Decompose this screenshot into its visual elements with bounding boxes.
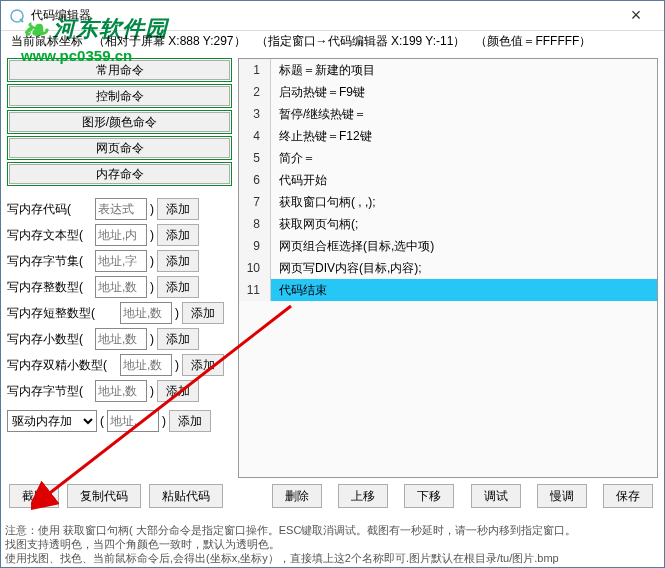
- code-line[interactable]: 11代码结束: [239, 279, 657, 301]
- row-input-4[interactable]: [120, 302, 172, 324]
- row-input-6[interactable]: [120, 354, 172, 376]
- bottom-btn-调试[interactable]: 调试: [471, 484, 521, 508]
- bottom-btn-截图[interactable]: 截图: [9, 484, 59, 508]
- row-input-3[interactable]: [95, 276, 147, 298]
- code-line[interactable]: 7获取窗口句柄( , ,);: [239, 191, 657, 213]
- bottom-btn-上移[interactable]: 上移: [338, 484, 388, 508]
- row-add-1[interactable]: 添加: [157, 224, 199, 246]
- code-line[interactable]: 6代码开始: [239, 169, 657, 191]
- row-add-2[interactable]: 添加: [157, 250, 199, 272]
- row-input-0[interactable]: [95, 198, 147, 220]
- help-notes: 注意：使用 获取窗口句柄( 大部分命令是指定窗口操作。ESC键取消调试。截图有一…: [5, 523, 660, 565]
- code-line[interactable]: 3暂停/继续热键＝: [239, 103, 657, 125]
- bottom-btn-慢调[interactable]: 慢调: [537, 484, 587, 508]
- status-color: （颜色值＝FFFFFF）: [475, 34, 591, 48]
- status-window: （指定窗口→代码编辑器 X:199 Y:-11）: [256, 34, 466, 48]
- status-label: 当前鼠标坐标: [11, 34, 83, 48]
- status-bar: 当前鼠标坐标 （相对于屏幕 X:888 Y:297） （指定窗口→代码编辑器 X…: [1, 31, 664, 52]
- row-add-4[interactable]: 添加: [182, 302, 224, 324]
- row-add-0[interactable]: 添加: [157, 198, 199, 220]
- row-label: 写内存双精小数型(: [7, 357, 117, 374]
- row-label: 写内存代码(: [7, 201, 92, 218]
- code-line[interactable]: 2启动热键＝F9键: [239, 81, 657, 103]
- cmd-button-4[interactable]: 内存命令: [9, 164, 230, 184]
- cmd-button-3[interactable]: 网页命令: [9, 138, 230, 158]
- driver-select[interactable]: 驱动内存加: [7, 410, 97, 432]
- cmd-button-2[interactable]: 图形/颜色命令: [9, 112, 230, 132]
- row-label: 写内存文本型(: [7, 227, 92, 244]
- row-input-5[interactable]: [95, 328, 147, 350]
- row-input-2[interactable]: [95, 250, 147, 272]
- row-add-6[interactable]: 添加: [182, 354, 224, 376]
- row-label: 写内存小数型(: [7, 331, 92, 348]
- code-line[interactable]: 9网页组合框选择(目标,选中项): [239, 235, 657, 257]
- app-icon: [9, 8, 25, 24]
- window-title: 代码编辑器: [31, 7, 616, 24]
- close-icon[interactable]: ×: [616, 5, 656, 26]
- code-line[interactable]: 5简介＝: [239, 147, 657, 169]
- row-label: 写内存字节型(: [7, 383, 92, 400]
- driver-input[interactable]: [107, 410, 159, 432]
- code-line[interactable]: 8获取网页句柄(;: [239, 213, 657, 235]
- code-line[interactable]: 1标题＝新建的项目: [239, 59, 657, 81]
- row-add-3[interactable]: 添加: [157, 276, 199, 298]
- bottom-btn-复制代码[interactable]: 复制代码: [67, 484, 141, 508]
- row-label: 写内存字节集(: [7, 253, 92, 270]
- status-screen: （相对于屏幕 X:888 Y:297）: [93, 34, 246, 48]
- row-label: 写内存短整数型(: [7, 305, 117, 322]
- driver-add-button[interactable]: 添加: [169, 410, 211, 432]
- cmd-button-1[interactable]: 控制命令: [9, 86, 230, 106]
- left-panel: 常用命令控制命令图形/颜色命令网页命令内存命令 写内存代码()添加写内存文本型(…: [7, 58, 232, 478]
- bottom-btn-删除[interactable]: 删除: [272, 484, 322, 508]
- code-editor[interactable]: 1标题＝新建的项目2启动热键＝F9键3暂停/继续热键＝4终止热键＝F12键5简介…: [238, 58, 658, 478]
- code-line[interactable]: 10网页写DIV内容(目标,内容);: [239, 257, 657, 279]
- row-add-7[interactable]: 添加: [157, 380, 199, 402]
- row-input-1[interactable]: [95, 224, 147, 246]
- bottom-btn-下移[interactable]: 下移: [404, 484, 454, 508]
- cmd-button-0[interactable]: 常用命令: [9, 60, 230, 80]
- bottom-btn-保存[interactable]: 保存: [603, 484, 653, 508]
- row-add-5[interactable]: 添加: [157, 328, 199, 350]
- row-input-7[interactable]: [95, 380, 147, 402]
- bottom-btn-粘贴代码[interactable]: 粘贴代码: [149, 484, 223, 508]
- code-line[interactable]: 4终止热键＝F12键: [239, 125, 657, 147]
- row-label: 写内存整数型(: [7, 279, 92, 296]
